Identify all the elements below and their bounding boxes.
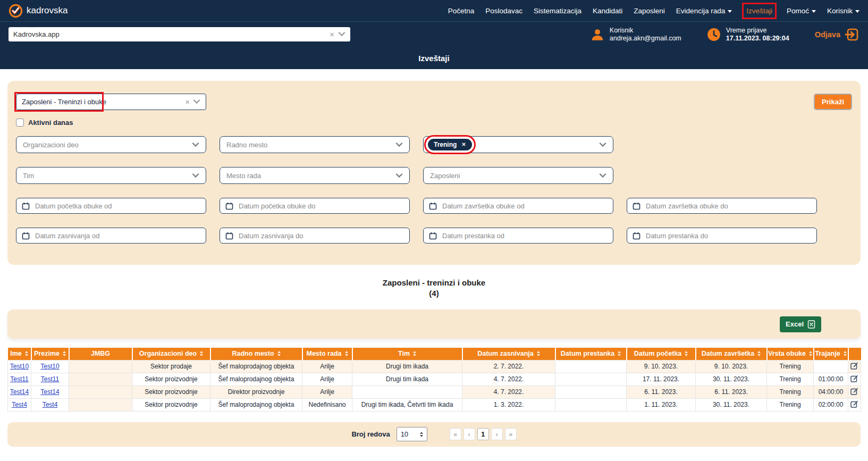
- calendar-icon[interactable]: [429, 232, 437, 240]
- column-header-datum-prestanka[interactable]: Datum prestanka: [555, 348, 627, 360]
- show-button[interactable]: Prikaži: [814, 94, 852, 110]
- brand[interactable]: kadrovska: [9, 4, 68, 18]
- chevron-down-icon[interactable]: [395, 143, 403, 147]
- column-header-vrsta-obuke[interactable]: Vrsta obuke: [767, 348, 814, 360]
- sort-icon[interactable]: [809, 351, 812, 356]
- link-test11[interactable]: Test11: [41, 375, 59, 383]
- filter-select-tim[interactable]: Tim: [16, 167, 206, 184]
- date-input-datum-zavrsetka-obuke-do[interactable]: Datum završetka obuke do: [627, 198, 817, 214]
- nav-item-kandidati[interactable]: Kandidati: [593, 7, 622, 15]
- calendar-icon[interactable]: [22, 232, 30, 240]
- column-header-ime[interactable]: Ime: [8, 348, 31, 360]
- chevron-down-icon[interactable]: [599, 173, 606, 178]
- nav-item-poslodavac[interactable]: Poslodavac: [485, 7, 523, 15]
- app-select[interactable]: Kadrovska.app ×: [9, 27, 350, 41]
- edit-row-button[interactable]: [850, 362, 858, 370]
- sort-icon[interactable]: [757, 351, 761, 356]
- pagination-next-page[interactable]: ›: [491, 428, 503, 440]
- clear-icon[interactable]: ×: [330, 30, 334, 38]
- column-header-datum-pocetka[interactable]: Datum početka: [627, 348, 696, 360]
- edit-row-button[interactable]: [850, 387, 858, 395]
- edit-row-button[interactable]: [850, 400, 858, 408]
- column-header-radno-mesto[interactable]: Radno mesto: [210, 348, 302, 360]
- chevron-down-icon[interactable]: [395, 173, 403, 178]
- calendar-icon[interactable]: [429, 202, 437, 210]
- calendar-icon[interactable]: [633, 232, 641, 240]
- nav-item-sistematizacija[interactable]: Sistematizacija: [534, 7, 582, 15]
- select-icons: [599, 173, 606, 178]
- link-test11[interactable]: Test11: [10, 375, 28, 383]
- date-input-datum-zavrsetka-obuke-od[interactable]: Datum završetka obuke od: [423, 198, 613, 214]
- pagination-page-1[interactable]: 1: [477, 428, 489, 440]
- nav-item-korisnik[interactable]: Korisnik: [827, 7, 859, 15]
- column-header-datum-zasnivanja[interactable]: Datum zasnivanja: [462, 348, 555, 360]
- nav-item-zaposleni[interactable]: Zaposleni: [634, 7, 665, 15]
- column-header-organizacioni-deo[interactable]: Organizacioni deo: [132, 348, 210, 360]
- active-today-checkbox[interactable]: Aktivni danas: [16, 119, 73, 127]
- filter-select-mesto-rada[interactable]: Mesto rada: [220, 167, 410, 184]
- filter-select-row-2: TimMesto radaZaposleni: [16, 167, 852, 184]
- sort-icon[interactable]: [25, 351, 28, 356]
- date-input-datum-zasnivanja-do[interactable]: Datum zasnivanja do: [220, 228, 410, 244]
- column-header-mesto-rada[interactable]: Mesto rada: [302, 348, 352, 360]
- edit-row-button[interactable]: [850, 374, 858, 382]
- nav-item-izvestaji[interactable]: Izveštaji: [746, 7, 772, 15]
- pagination-first-page[interactable]: «: [450, 428, 461, 440]
- link-test4[interactable]: Test4: [12, 401, 27, 408]
- remove-tag-icon[interactable]: ✕: [461, 142, 466, 147]
- link-test14[interactable]: Test14: [40, 388, 59, 396]
- chevron-down-icon[interactable]: [338, 32, 345, 37]
- filter-select-trening[interactable]: Trening✕: [423, 136, 613, 153]
- date-input-datum-prestanka-do[interactable]: Datum prestanka do: [627, 228, 817, 244]
- column-header-inner: JMBG: [70, 350, 132, 357]
- nav-item-pocetna[interactable]: Početna: [448, 7, 475, 15]
- sort-icon[interactable]: [537, 351, 540, 356]
- nav-item-evidencija-rada[interactable]: Evidencija rada: [676, 7, 732, 15]
- sort-icon[interactable]: [685, 351, 688, 356]
- sort-icon[interactable]: [413, 351, 416, 356]
- date-input-datum-pocetka-obuke-do[interactable]: Datum početka obuke do: [220, 198, 410, 214]
- link-test10[interactable]: Test10: [40, 363, 59, 370]
- sort-icon[interactable]: [277, 351, 281, 356]
- column-header-tim[interactable]: Tim: [352, 348, 462, 360]
- sort-icon[interactable]: [844, 351, 847, 356]
- date-input-datum-prestanka-od[interactable]: Datum prestanka od: [423, 228, 613, 244]
- column-header-trajanje[interactable]: Trajanje: [814, 348, 848, 360]
- chevron-down-icon[interactable]: [192, 173, 199, 178]
- checkbox-icon[interactable]: [16, 119, 24, 127]
- calendar-icon[interactable]: [225, 202, 233, 210]
- sort-icon[interactable]: [63, 351, 66, 356]
- chevron-down-icon[interactable]: [193, 99, 200, 104]
- filter-select-organizacioni-deo[interactable]: Organizacioni deo: [16, 136, 206, 153]
- pagination-prev-page[interactable]: ‹: [464, 428, 475, 440]
- report-select[interactable]: Zaposleni - Treninzi i obuke ×: [16, 94, 206, 110]
- rows-per-page-select[interactable]: 10: [397, 427, 427, 441]
- calendar-icon[interactable]: [22, 202, 30, 210]
- column-header-datum-zavrsetka[interactable]: Datum završetka: [696, 348, 767, 360]
- link-test10[interactable]: Test10: [10, 363, 29, 370]
- calendar-icon[interactable]: [633, 202, 641, 210]
- link-test14[interactable]: Test14: [10, 388, 29, 396]
- sort-icon[interactable]: [345, 351, 348, 356]
- nav-item-pomoc[interactable]: Pomoć: [787, 7, 816, 15]
- date-input-datum-zasnivanja-od[interactable]: Datum zasnivanja od: [16, 228, 206, 244]
- column-header-prezime[interactable]: Prezime: [31, 348, 69, 360]
- date-input-datum-pocetka-obuke-od[interactable]: Datum početka obuke od: [16, 198, 206, 214]
- calendar-icon[interactable]: [225, 232, 233, 240]
- filter-select-zaposleni[interactable]: Zaposleni: [423, 167, 613, 184]
- logout-button[interactable]: Odjava: [815, 27, 859, 42]
- excel-button[interactable]: Excel: [780, 316, 821, 332]
- filter-select-radno-mesto[interactable]: Radno mesto: [220, 136, 410, 153]
- column-label: Prezime: [34, 350, 60, 357]
- select-icons: [395, 143, 403, 147]
- chevron-down-icon[interactable]: [192, 143, 199, 147]
- select-icons: [599, 143, 606, 147]
- link-test4[interactable]: Test4: [43, 401, 58, 408]
- chevron-down-icon[interactable]: [599, 143, 606, 147]
- cell-actions: [848, 373, 861, 385]
- clear-icon[interactable]: ×: [185, 98, 190, 106]
- cell-actions: [848, 385, 861, 398]
- pagination-last-page[interactable]: »: [505, 428, 517, 440]
- sort-icon[interactable]: [200, 351, 203, 356]
- sort-icon[interactable]: [618, 351, 621, 356]
